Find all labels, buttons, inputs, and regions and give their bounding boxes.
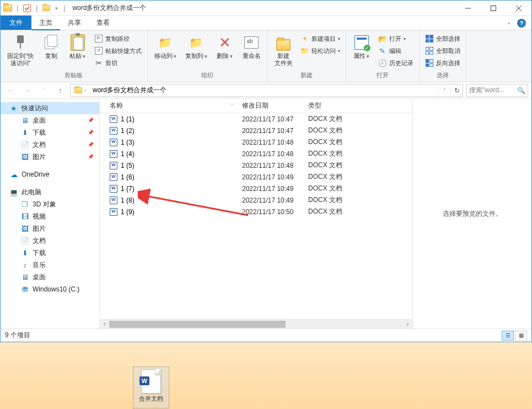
docx-icon <box>110 162 117 169</box>
properties-qat-icon[interactable] <box>22 3 32 13</box>
sidebar-item-desktop-pc[interactable]: 🖥桌面 <box>1 271 99 283</box>
easy-access-button[interactable]: 轻松访问▾ <box>298 45 342 57</box>
edit-button[interactable]: 编辑 <box>376 45 416 57</box>
invert-selection-button[interactable]: 反向选择 <box>423 57 463 69</box>
sidebar-item-3d-objects[interactable]: ❒3D 对象 <box>1 198 99 210</box>
sidebar-item-desktop[interactable]: 🖥桌面📌 <box>1 114 99 126</box>
tab-view[interactable]: 查看 <box>89 15 117 30</box>
rename-button[interactable]: 重命名 <box>239 33 264 61</box>
column-header-date[interactable]: 修改日期 <box>238 101 304 110</box>
file-name-cell: 1 (2) <box>105 127 238 135</box>
sidebar-item-label: 桌面 <box>33 273 46 282</box>
delete-icon: ✕ <box>216 34 234 51</box>
select-all-button[interactable]: 全部选择 <box>423 33 463 45</box>
new-item-button[interactable]: 新建项目▾ <box>298 33 342 45</box>
tab-file[interactable]: 文件 <box>1 15 31 30</box>
svg-rect-1 <box>491 6 496 10</box>
help-button[interactable]: ? <box>515 17 528 30</box>
sidebar-item-quick-access[interactable]: ★快速访问 <box>1 102 99 114</box>
sidebar-item-drive-c[interactable]: ⛃Windows10 (C:) <box>1 283 99 295</box>
group-label-new: 新建 <box>300 71 313 81</box>
sidebar-item-label: 视频 <box>33 212 46 221</box>
sidebar-item-onedrive[interactable]: ☁OneDrive <box>1 168 99 180</box>
address-bar[interactable]: › word多份文档合并成一个 ˅ ↻ <box>70 84 463 97</box>
sidebar-item-this-pc[interactable]: 💻此电脑 <box>1 186 99 198</box>
cut-button[interactable]: ✂剪切 <box>92 57 144 69</box>
folder-small-icon <box>41 3 51 13</box>
sidebar-item-downloads[interactable]: ⬇下载📌 <box>1 126 99 139</box>
file-type-cell: DOCX 文档 <box>304 184 364 193</box>
ribbon-group-new: 新建 文件夹 新建项目▾ 轻松访问▾ 新建 <box>268 30 346 82</box>
paste-button[interactable]: 粘贴 <box>66 33 90 61</box>
sidebar-item-pictures[interactable]: 🖼图片📌 <box>1 151 99 163</box>
nav-back-button[interactable]: ← <box>4 84 17 97</box>
properties-button[interactable]: 属性 <box>350 33 374 61</box>
open-button[interactable]: 打开▾ <box>376 33 416 45</box>
horizontal-scrollbar[interactable]: ‹ › <box>100 319 412 328</box>
sidebar-item-label: Windows10 (C:) <box>33 285 79 293</box>
table-row[interactable]: 1 (4)2022/11/17 10:48DOCX 文档 <box>100 148 412 160</box>
desktop-area[interactable]: 合并文档 <box>0 342 532 409</box>
docx-icon <box>110 185 117 193</box>
edit-icon <box>378 46 387 55</box>
ribbon-collapse[interactable]: ˅ <box>503 22 515 30</box>
table-row[interactable]: 1 (5)2022/11/17 10:48DOCX 文档 <box>100 160 412 171</box>
table-row[interactable]: 1 (7)2022/11/17 10:49DOCX 文档 <box>100 183 412 194</box>
nav-forward-button[interactable]: → <box>20 84 34 97</box>
sidebar-item-pictures-pc[interactable]: 🖼图片 <box>1 222 99 235</box>
tab-share[interactable]: 共享 <box>60 15 89 30</box>
file-name: 1 (1) <box>121 115 135 123</box>
pin-icon: 📌 <box>88 142 94 147</box>
minimize-button[interactable] <box>455 1 481 16</box>
table-row[interactable]: 1 (2)2022/11/17 10:47DOCX 文档 <box>100 125 412 136</box>
move-to-label: 移动到 <box>154 52 176 60</box>
file-date-cell: 2022/11/17 10:47 <box>238 115 304 123</box>
rename-icon <box>243 34 260 51</box>
navigation-pane[interactable]: ★快速访问 🖥桌面📌 ⬇下载📌 📄文档📌 🖼图片📌 ☁OneDrive 💻此电脑… <box>1 99 100 328</box>
new-folder-button[interactable]: 新建 文件夹 <box>271 33 296 68</box>
sidebar-item-music[interactable]: ♪音乐 <box>1 259 99 271</box>
file-type-cell: DOCX 文档 <box>304 126 364 135</box>
column-header-name[interactable]: 名称˄ <box>105 101 238 110</box>
close-button[interactable] <box>506 1 531 16</box>
table-row[interactable]: 1 (8)2022/11/17 10:49DOCX 文档 <box>100 194 412 206</box>
move-to-button[interactable]: 📁移动到 <box>151 33 180 61</box>
file-name: 1 (9) <box>121 208 135 216</box>
table-row[interactable]: 1 (9)2022/11/17 10:50DOCX 文档 <box>100 206 412 217</box>
delete-button[interactable]: ✕删除 <box>213 33 237 61</box>
sidebar-item-downloads-pc[interactable]: ⬇下载 <box>1 247 99 259</box>
tab-home[interactable]: 主页 <box>31 16 60 30</box>
sidebar-item-videos[interactable]: 🎞视频 <box>1 210 99 222</box>
file-type-cell: DOCX 文档 <box>304 195 364 205</box>
paste-shortcut-button[interactable]: 粘贴快捷方式 <box>92 45 144 57</box>
preview-pane: 选择要预览的文件。 <box>412 99 531 328</box>
address-dropdown[interactable]: ˅ <box>438 84 450 97</box>
column-header-type[interactable]: 类型 <box>304 101 364 110</box>
window-controls <box>455 1 531 16</box>
copy-path-button[interactable]: 复制路径 <box>92 33 144 45</box>
sidebar-item-documents-pc[interactable]: 📄文档 <box>1 235 99 247</box>
table-row[interactable]: 1 (3)2022/11/17 10:48DOCX 文档 <box>100 136 412 148</box>
select-none-button[interactable]: 全部取消 <box>423 45 463 57</box>
table-row[interactable]: 1 (6)2022/11/17 10:49DOCX 文档 <box>100 171 412 183</box>
pin-quick-access-button[interactable]: 固定到"快 速访问" <box>4 33 37 68</box>
qat-overflow[interactable]: ▾ <box>53 6 60 11</box>
copy-button[interactable]: 复制 <box>39 33 63 61</box>
table-row[interactable]: 1 (1)2022/11/17 10:47DOCX 文档 <box>100 113 412 125</box>
copy-to-button[interactable]: 📁复制到 <box>182 33 211 61</box>
view-details-button[interactable]: ☰ <box>502 331 514 341</box>
file-list[interactable]: 名称˄ 修改日期 类型 1 (1)2022/11/17 10:47DOCX 文档… <box>100 99 412 328</box>
breadcrumb-root[interactable]: › <box>71 84 89 97</box>
sidebar-item-label: 3D 对象 <box>33 200 56 209</box>
new-item-label: 新建项目 <box>311 35 336 43</box>
nav-up-button[interactable]: ↑ <box>53 84 67 97</box>
sidebar-item-documents[interactable]: 📄文档📌 <box>1 139 99 151</box>
nav-recent-dropdown[interactable]: ˅ <box>37 84 50 97</box>
breadcrumb-current[interactable]: word多份文档合并成一个 <box>89 84 170 97</box>
desktop-file-merged-doc[interactable]: 合并文档 <box>133 366 169 408</box>
view-icons-button[interactable]: ▦ <box>515 331 527 341</box>
search-input[interactable]: 搜索"word... 🔍 <box>466 84 528 97</box>
maximize-button[interactable] <box>481 1 506 16</box>
history-button[interactable]: 历史记录 <box>376 57 416 69</box>
refresh-button[interactable]: ↻ <box>450 84 463 97</box>
